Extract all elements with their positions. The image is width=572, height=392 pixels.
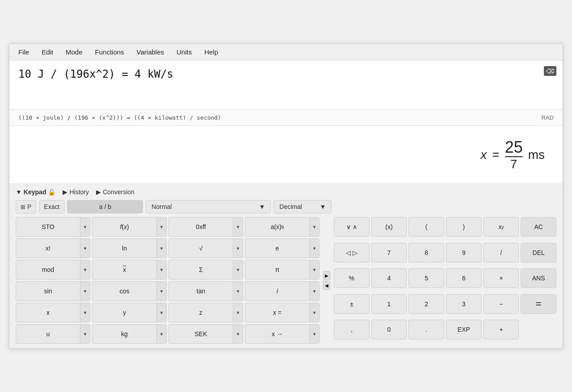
key-paren-x[interactable]: (x) — [371, 217, 407, 237]
tab-conversion[interactable]: ▶ Conversion — [96, 188, 135, 196]
decimal-select[interactable]: Decimal ▼ — [273, 200, 332, 213]
key-plus[interactable]: + — [484, 320, 519, 339]
key-divide[interactable]: / — [484, 243, 519, 263]
key-sek[interactable]: SEK▼ — [168, 324, 243, 344]
key-percent[interactable]: % — [334, 268, 370, 288]
clear-button[interactable]: ⌫ — [544, 66, 556, 76]
key-exp[interactable]: EXP — [446, 320, 482, 339]
key-ans[interactable]: ANS — [521, 268, 556, 288]
menu-functions[interactable]: Functions — [93, 47, 126, 57]
key-7[interactable]: 7 — [371, 243, 407, 263]
key-sigma[interactable]: Σ▼ — [168, 260, 243, 279]
key-e[interactable]: e▼ — [245, 238, 320, 258]
tab-history[interactable]: ▶ History — [63, 188, 89, 196]
keypad-arrow: ▼ — [16, 188, 22, 196]
keypad-label: Keypad — [24, 188, 46, 196]
keypad-section: ▼ Keypad 🔒 ▶ History ▶ Conversion ⊞ P Ex… — [9, 184, 563, 348]
key-xbar[interactable]: x▼ — [92, 260, 167, 279]
key-cos[interactable]: cos▼ — [92, 281, 167, 301]
key-2[interactable]: 2 — [408, 294, 444, 314]
key-minus[interactable]: − — [484, 294, 519, 314]
normal-label: Normal — [151, 203, 172, 210]
result-fraction: 25 7 — [505, 139, 523, 171]
fraction-denominator: 7 — [510, 157, 517, 171]
ab-label: a / b — [99, 203, 111, 210]
key-multiply[interactable]: × — [484, 268, 519, 288]
decimal-chevron-icon: ▼ — [320, 203, 326, 210]
input-area: 10 J / (196x^2) = 4 kW/s ⌫ — [9, 61, 563, 110]
menu-variables[interactable]: Variables — [135, 47, 166, 57]
key-x[interactable]: x▼ — [16, 303, 90, 322]
key-kg[interactable]: kg▼ — [92, 324, 167, 344]
key-del[interactable]: DEL — [521, 243, 556, 263]
result-equals-sign: = — [492, 148, 499, 162]
key-tan[interactable]: tan▼ — [168, 281, 243, 301]
menu-mode[interactable]: Mode — [64, 47, 84, 57]
key-1[interactable]: 1 — [371, 294, 407, 314]
key-dot[interactable]: . — [408, 320, 444, 339]
key-3[interactable]: 3 — [446, 294, 482, 314]
menu-edit[interactable]: Edit — [40, 47, 55, 57]
key-4[interactable]: 4 — [371, 268, 407, 288]
keypad-tabs: ▼ Keypad 🔒 ▶ History ▶ Conversion — [16, 188, 556, 196]
menu-bar: File Edit Mode Functions Variables Units… — [9, 44, 563, 61]
key-0[interactable]: 0 — [371, 320, 407, 339]
key-factorial[interactable]: x!▼ — [16, 238, 90, 258]
key-hex[interactable]: 0xff▼ — [168, 217, 243, 237]
keypad-controls: ⊞ P Exact a / b Normal ▼ Decimal ▼ — [16, 200, 556, 213]
exact-button[interactable]: Exact — [39, 200, 64, 213]
key-equals[interactable]: = — [521, 294, 556, 314]
key-nav-lr[interactable]: ◁ ▷ — [334, 243, 370, 263]
key-open-paren[interactable]: ( — [408, 217, 444, 237]
history-label: History — [69, 188, 89, 196]
keypad-left-grid: STO▼ f(x)▼ 0xff▼ a(x)b▼ x!▼ ln▼ — [16, 217, 320, 344]
key-comma[interactable]: , — [334, 320, 370, 339]
key-8[interactable]: 8 — [408, 243, 444, 263]
key-axb[interactable]: a(x)b▼ — [245, 217, 320, 237]
result-area: x = 25 7 ms — [9, 126, 563, 184]
history-arrow: ▶ — [63, 188, 67, 196]
key-u[interactable]: u▼ — [16, 324, 90, 344]
key-sin[interactable]: sin▼ — [16, 281, 90, 301]
menu-help[interactable]: Help — [202, 47, 220, 57]
expression-input[interactable]: 10 J / (196x^2) = 4 kW/s — [18, 68, 554, 95]
key-xeq[interactable]: x =▼ — [245, 303, 320, 322]
arrow-separator: ▶ ◀ — [322, 217, 331, 344]
key-close-paren[interactable]: ) — [446, 217, 482, 237]
key-ln[interactable]: ln▼ — [92, 238, 167, 258]
key-logic[interactable]: ∨ ∧ — [334, 217, 370, 237]
p-button[interactable]: ⊞ P — [16, 200, 36, 213]
key-pi[interactable]: π▼ — [245, 260, 320, 279]
conversion-arrow: ▶ — [96, 188, 101, 196]
ab-button[interactable]: a / b — [67, 200, 143, 213]
key-i[interactable]: i▼ — [245, 281, 320, 301]
key-mod[interactable]: mod▼ — [16, 260, 90, 279]
key-fx[interactable]: f(x)▼ — [92, 217, 167, 237]
tab-keypad[interactable]: ▼ Keypad 🔒 — [16, 188, 55, 196]
key-xarrow[interactable]: x →▼ — [245, 324, 320, 344]
p-label: P — [27, 203, 31, 210]
collapse-left-button[interactable]: ◀ — [323, 281, 330, 290]
key-sto[interactable]: STO▼ — [16, 217, 90, 237]
parsed-expression: ((10 × joule) / (196 × (x^2))) = ((4 × k… — [18, 114, 221, 121]
normal-select[interactable]: Normal ▼ — [146, 200, 271, 213]
decimal-label: Decimal — [279, 203, 302, 210]
key-ac[interactable]: AC — [521, 217, 556, 237]
key-5[interactable]: 5 — [408, 268, 444, 288]
parsed-area: ((10 × joule) / (196 × (x^2))) = ((4 × k… — [9, 110, 563, 126]
key-sqrt[interactable]: √▼ — [168, 238, 243, 258]
key-y[interactable]: y▼ — [92, 303, 167, 322]
menu-file[interactable]: File — [17, 47, 31, 57]
result-unit: ms — [528, 148, 545, 162]
fraction-numerator: 25 — [505, 139, 523, 156]
menu-units[interactable]: Units — [175, 47, 193, 57]
key-plusminus[interactable]: ± — [334, 294, 370, 314]
exact-label: Exact — [44, 203, 59, 210]
result-variable: x — [480, 148, 487, 162]
expand-right-button[interactable]: ▶ — [323, 271, 330, 280]
key-z[interactable]: z▼ — [168, 303, 243, 322]
key-6[interactable]: 6 — [446, 268, 482, 288]
key-9[interactable]: 9 — [446, 243, 482, 263]
keypad-main: STO▼ f(x)▼ 0xff▼ a(x)b▼ x!▼ ln▼ — [16, 217, 556, 344]
key-power[interactable]: xy — [484, 217, 519, 237]
